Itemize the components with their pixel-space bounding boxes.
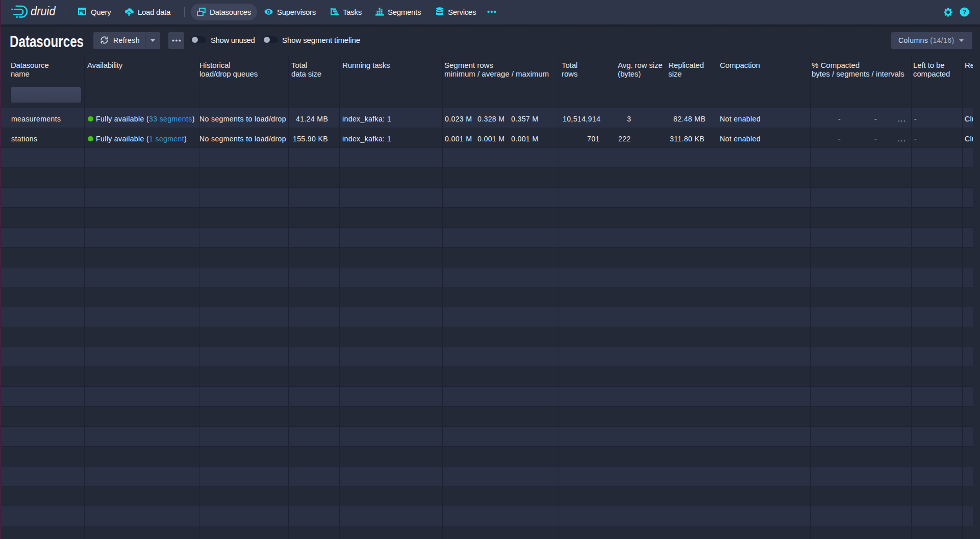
svg-text:?: ? bbox=[962, 8, 966, 15]
